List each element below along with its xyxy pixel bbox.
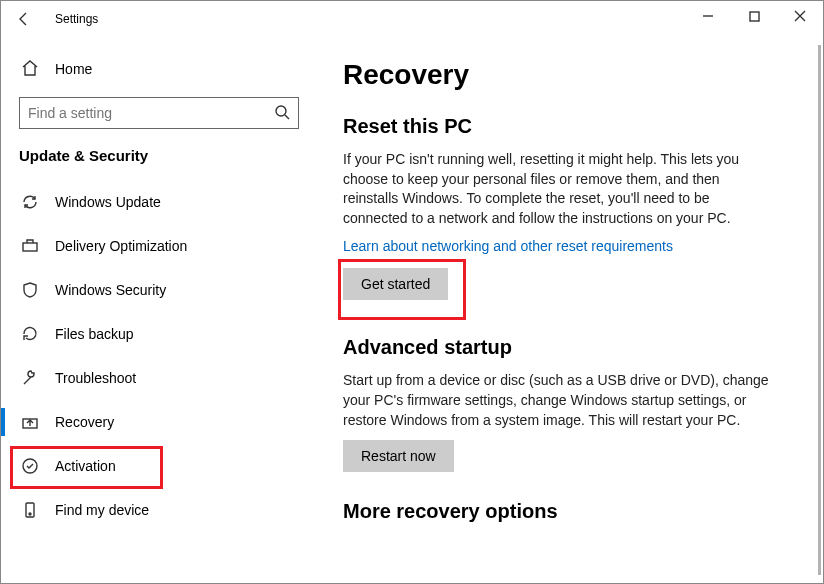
titlebar: Settings — [1, 1, 823, 37]
sidebar-item-files-backup[interactable]: Files backup — [1, 312, 317, 356]
wrench-icon — [21, 369, 39, 387]
sidebar-item-label: Files backup — [55, 326, 134, 342]
reset-body: If your PC isn't running well, resetting… — [343, 150, 773, 228]
sidebar-item-delivery-optimization[interactable]: Delivery Optimization — [1, 224, 317, 268]
sidebar-item-label: Recovery — [55, 414, 114, 430]
delivery-icon — [21, 237, 39, 255]
sidebar-item-recovery[interactable]: Recovery — [1, 400, 317, 444]
svg-rect-0 — [750, 12, 759, 21]
sidebar-item-troubleshoot[interactable]: Troubleshoot — [1, 356, 317, 400]
search-input[interactable] — [28, 105, 238, 121]
maximize-button[interactable] — [731, 1, 777, 31]
svg-point-6 — [29, 513, 31, 515]
search-icon — [274, 104, 290, 123]
sidebar-item-label: Windows Security — [55, 282, 166, 298]
page-title: Recovery — [343, 59, 803, 91]
content-area: Recovery Reset this PC If your PC isn't … — [317, 37, 823, 583]
get-started-button[interactable]: Get started — [343, 268, 448, 300]
sidebar-item-find-my-device[interactable]: Find my device — [1, 488, 317, 532]
reset-heading: Reset this PC — [343, 115, 803, 138]
activation-icon — [21, 457, 39, 475]
sidebar-home[interactable]: Home — [1, 49, 317, 89]
category-title: Update & Security — [19, 147, 299, 164]
sidebar-item-label: Troubleshoot — [55, 370, 136, 386]
window-title: Settings — [55, 12, 98, 26]
settings-window: Settings Home — [0, 0, 824, 584]
reset-requirements-link[interactable]: Learn about networking and other reset r… — [343, 238, 673, 254]
recovery-icon — [21, 413, 39, 431]
svg-point-1 — [276, 106, 286, 116]
advanced-heading: Advanced startup — [343, 336, 803, 359]
advanced-startup-section: Advanced startup Start up from a device … — [343, 336, 803, 472]
shield-icon — [21, 281, 39, 299]
advanced-body: Start up from a device or disc (such as … — [343, 371, 773, 430]
restart-now-button[interactable]: Restart now — [343, 440, 454, 472]
more-recovery-section: More recovery options — [343, 500, 803, 523]
sync-icon — [21, 193, 39, 211]
sidebar-item-label: Activation — [55, 458, 116, 474]
svg-point-4 — [23, 459, 37, 473]
sidebar-item-label: Delivery Optimization — [55, 238, 187, 254]
back-button[interactable] — [15, 4, 45, 34]
scrollbar[interactable] — [818, 45, 821, 575]
search-box[interactable] — [19, 97, 299, 129]
sidebar: Home Update & Security Windows Update — [1, 37, 317, 583]
sidebar-item-label: Find my device — [55, 502, 149, 518]
minimize-button[interactable] — [685, 1, 731, 31]
close-button[interactable] — [777, 1, 823, 31]
sidebar-home-label: Home — [55, 61, 92, 77]
more-heading: More recovery options — [343, 500, 803, 523]
reset-section: Reset this PC If your PC isn't running w… — [343, 115, 803, 300]
svg-rect-2 — [23, 243, 37, 251]
sidebar-item-activation[interactable]: Activation — [1, 444, 317, 488]
location-icon — [21, 501, 39, 519]
home-icon — [21, 59, 39, 80]
sidebar-item-windows-update[interactable]: Windows Update — [1, 180, 317, 224]
backup-icon — [21, 325, 39, 343]
sidebar-item-label: Windows Update — [55, 194, 161, 210]
sidebar-item-windows-security[interactable]: Windows Security — [1, 268, 317, 312]
